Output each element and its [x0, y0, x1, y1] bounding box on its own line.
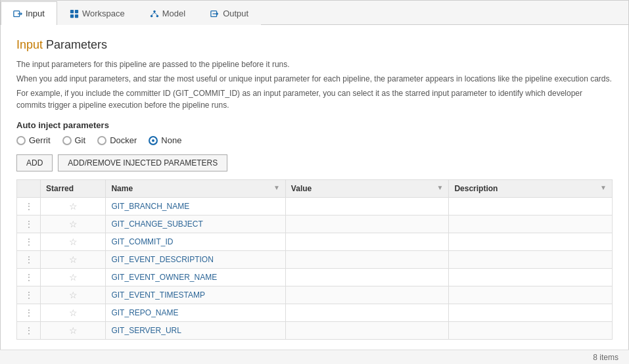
- description-line3: For example, if you include the committe…: [16, 87, 613, 111]
- table-row[interactable]: ⋮ ☆ GIT_SERVER_URL: [17, 322, 613, 340]
- workspace-icon: [70, 9, 79, 18]
- tab-workspace-label: Workspace: [82, 9, 125, 18]
- radio-docker-circle: [97, 136, 106, 145]
- radio-docker[interactable]: Docker: [97, 135, 137, 145]
- name-sort-icon: ▼: [273, 184, 280, 191]
- tab-model[interactable]: Model: [137, 1, 198, 25]
- tab-input[interactable]: Input: [1, 1, 57, 25]
- table-row[interactable]: ⋮ ☆ GIT_COMMIT_ID: [17, 233, 613, 251]
- drag-handle[interactable]: ⋮: [17, 198, 41, 216]
- drag-handle[interactable]: ⋮: [17, 286, 41, 304]
- param-description: [449, 216, 613, 233]
- drag-handle[interactable]: ⋮: [17, 322, 41, 340]
- star-icon[interactable]: ☆: [69, 219, 78, 229]
- param-description: [449, 198, 613, 216]
- table-row[interactable]: ⋮ ☆ GIT_EVENT_DESCRIPTION: [17, 251, 613, 269]
- radio-docker-label: Docker: [110, 135, 137, 145]
- tab-input-label: Input: [26, 9, 45, 18]
- add-remove-button[interactable]: ADD/REMOVE INJECTED PARAMETERS: [58, 154, 227, 171]
- param-name: GIT_SERVER_URL: [106, 322, 285, 340]
- table-row[interactable]: ⋮ ☆ GIT_EVENT_TIMESTAMP: [17, 286, 613, 304]
- drag-handle[interactable]: ⋮: [17, 269, 41, 286]
- output-icon: [210, 9, 220, 18]
- param-name: GIT_REPO_NAME: [106, 304, 285, 322]
- svg-rect-3: [75, 9, 78, 12]
- param-value: [285, 233, 449, 251]
- th-name[interactable]: Name ▼: [106, 180, 285, 198]
- radio-gerrit[interactable]: Gerrit: [16, 135, 51, 145]
- table-row[interactable]: ⋮ ☆ GIT_REPO_NAME: [17, 304, 613, 322]
- drag-handle[interactable]: ⋮: [17, 251, 41, 269]
- radio-gerrit-circle: [16, 136, 26, 145]
- star-icon[interactable]: ☆: [69, 272, 78, 283]
- radio-none-label: None: [161, 135, 181, 145]
- radio-none-circle: [149, 136, 158, 145]
- th-value[interactable]: Value ▼: [285, 180, 449, 198]
- radio-none[interactable]: None: [149, 135, 181, 145]
- svg-rect-5: [75, 14, 78, 17]
- table-row[interactable]: ⋮ ☆ GIT_BRANCH_NAME: [17, 198, 613, 216]
- svg-line-10: [154, 12, 157, 15]
- star-cell[interactable]: ☆: [41, 251, 106, 269]
- description-line1: The input parameters for this pipeline a…: [16, 58, 613, 70]
- table-row[interactable]: ⋮ ☆ GIT_CHANGE_SUBJECT: [17, 216, 613, 233]
- svg-point-8: [156, 14, 158, 17]
- param-value: [285, 304, 449, 322]
- radio-group: Gerrit Git Docker None: [16, 135, 613, 145]
- drag-handle[interactable]: ⋮: [17, 233, 41, 251]
- tab-bar: Input Workspace Model Output: [1, 1, 628, 25]
- params-table: Starred Name ▼ Value ▼ Description ▼ ⋮ ☆: [16, 179, 613, 340]
- star-cell[interactable]: ☆: [41, 269, 106, 286]
- input-icon: [13, 9, 22, 18]
- page-title-suffix: Parameters: [43, 38, 107, 51]
- tab-output[interactable]: Output: [198, 1, 261, 25]
- drag-handle[interactable]: ⋮: [17, 216, 41, 233]
- star-icon[interactable]: ☆: [69, 201, 78, 212]
- param-value: [285, 198, 449, 216]
- page-title-prefix: Input: [16, 38, 43, 51]
- star-cell[interactable]: ☆: [41, 233, 106, 251]
- radio-git[interactable]: Git: [62, 135, 86, 145]
- param-value: [285, 286, 449, 304]
- svg-point-6: [153, 10, 156, 12]
- drag-handle[interactable]: ⋮: [17, 304, 41, 322]
- table-row[interactable]: ⋮ ☆ GIT_EVENT_OWNER_NAME: [17, 269, 613, 286]
- status-bar: 8 items: [0, 350, 629, 364]
- star-cell[interactable]: ☆: [41, 286, 106, 304]
- param-name: GIT_BRANCH_NAME: [106, 198, 285, 216]
- table-header: Starred Name ▼ Value ▼ Description ▼: [17, 180, 613, 198]
- tab-model-label: Model: [162, 9, 185, 18]
- main-content: Input Parameters The input parameters fo…: [1, 25, 628, 359]
- star-cell[interactable]: ☆: [41, 198, 106, 216]
- svg-rect-2: [70, 9, 74, 12]
- param-name: GIT_CHANGE_SUBJECT: [106, 216, 285, 233]
- param-description: [449, 251, 613, 269]
- th-description[interactable]: Description ▼: [449, 180, 613, 198]
- radio-git-circle: [62, 136, 72, 145]
- svg-line-9: [151, 12, 154, 15]
- star-cell[interactable]: ☆: [41, 304, 106, 322]
- tab-output-label: Output: [223, 9, 248, 18]
- param-description: [449, 322, 613, 340]
- param-description: [449, 269, 613, 286]
- model-icon: [150, 9, 159, 18]
- tab-workspace[interactable]: Workspace: [57, 1, 137, 25]
- param-name: GIT_EVENT_OWNER_NAME: [106, 269, 285, 286]
- th-starred: Starred: [41, 180, 106, 198]
- star-cell[interactable]: ☆: [41, 216, 106, 233]
- param-name: GIT_EVENT_TIMESTAMP: [106, 286, 285, 304]
- star-icon[interactable]: ☆: [69, 307, 78, 318]
- table-body: ⋮ ☆ GIT_BRANCH_NAME ⋮ ☆ GIT_CHANGE_SUBJE…: [17, 198, 613, 340]
- button-row: ADD ADD/REMOVE INJECTED PARAMETERS: [16, 154, 613, 171]
- star-icon[interactable]: ☆: [69, 254, 78, 265]
- star-icon[interactable]: ☆: [69, 325, 78, 336]
- star-icon[interactable]: ☆: [69, 290, 78, 300]
- th-drag: [17, 180, 41, 198]
- svg-rect-4: [70, 14, 74, 17]
- add-button[interactable]: ADD: [16, 154, 53, 171]
- param-description: [449, 286, 613, 304]
- star-icon[interactable]: ☆: [69, 237, 78, 247]
- star-cell[interactable]: ☆: [41, 322, 106, 340]
- param-value: [285, 251, 449, 269]
- param-value: [285, 322, 449, 340]
